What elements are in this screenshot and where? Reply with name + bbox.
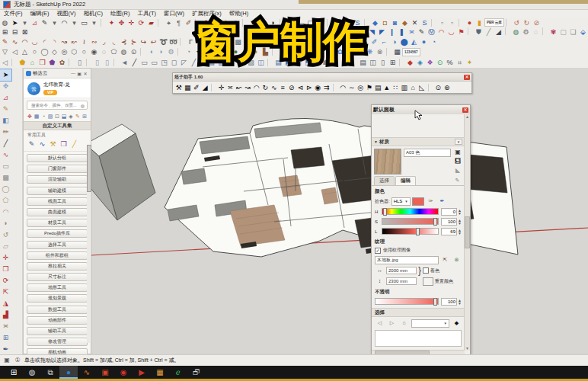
tool-icon[interactable]: ↝ xyxy=(244,83,253,92)
layout-icon[interactable]: ▣ xyxy=(76,71,82,76)
tool-icon[interactable]: ⬡ xyxy=(69,47,79,56)
tool-icon[interactable]: ◁ xyxy=(10,47,20,56)
tool-icon[interactable]: ⬠ xyxy=(0,195,11,207)
texture-height-field[interactable]: 2300 mm xyxy=(386,277,417,285)
tool-icon[interactable]: ◌ xyxy=(531,27,541,37)
tool-icon[interactable]: ◡ xyxy=(298,47,308,56)
tool-icon[interactable]: ▯ xyxy=(75,58,85,67)
tool-icon[interactable]: ✚ xyxy=(201,18,211,27)
tool-icon[interactable]: ◆ xyxy=(370,18,380,27)
tool-icon[interactable]: ◁ xyxy=(0,58,10,67)
tool-icon[interactable]: ⊿ xyxy=(30,18,40,27)
tool-icon[interactable]: ✛ xyxy=(126,18,136,27)
tool-icon[interactable]: ↺ xyxy=(512,18,522,27)
tool-icon[interactable]: ◗ xyxy=(156,47,166,56)
tool-icon[interactable]: ◔ xyxy=(184,47,193,56)
tool-icon[interactable]: ▫ xyxy=(437,18,447,27)
section-custom-toolset[interactable]: 自定义工具集 xyxy=(24,121,91,130)
opacity-value[interactable]: 100 xyxy=(441,298,457,306)
tool-icon[interactable]: ✥ xyxy=(0,81,11,92)
tool-icon[interactable]: ∿ xyxy=(270,83,279,92)
tool-icon[interactable]: ❋ xyxy=(365,47,375,56)
tool-icon[interactable]: ◤ xyxy=(377,27,387,37)
edit-pencil-icon[interactable]: ✎ xyxy=(452,176,462,185)
tool-icon[interactable]: ⊳ xyxy=(305,83,314,92)
lightness-slider[interactable] xyxy=(382,228,439,235)
tool-icon[interactable]: ⇉ xyxy=(322,83,331,92)
tool-icon[interactable]: ◸ xyxy=(179,58,189,67)
tool-icon[interactable]: S xyxy=(353,18,363,27)
plugin-group-button[interactable]: 尺寸标注 xyxy=(27,273,88,281)
tool-icon[interactable]: ➤ xyxy=(0,69,11,81)
tool-icon[interactable]: ◠ xyxy=(0,207,11,218)
tool-icon[interactable]: ≍ xyxy=(226,83,235,92)
tool-icon[interactable]: ⊠ xyxy=(20,27,30,37)
tool-icon[interactable]: ⊡ xyxy=(54,113,60,120)
plugin-group-button[interactable]: Predo插件库 xyxy=(27,229,88,238)
colorize-checkbox[interactable] xyxy=(423,267,429,274)
tool-icon[interactable]: ▦ xyxy=(226,58,236,67)
tool-icon[interactable]: ⬟ xyxy=(18,58,27,67)
tool-icon[interactable]: S xyxy=(420,18,430,27)
tool-icon[interactable]: ❐ xyxy=(0,264,11,275)
tool-icon[interactable]: ⊿ xyxy=(0,92,11,104)
sketchup-app[interactable]: ● xyxy=(59,366,78,379)
tool-icon[interactable]: ◆ xyxy=(400,18,410,27)
tool-icon[interactable]: ∿ xyxy=(38,140,46,149)
spinner-icon[interactable]: ▲▼ xyxy=(458,209,462,215)
tool-icon[interactable]: ⇱ xyxy=(0,287,11,298)
tool-icon[interactable]: ✾ xyxy=(548,27,558,37)
tool-icon[interactable]: ▤ xyxy=(273,58,283,67)
tool-icon[interactable]: ✐ xyxy=(369,37,379,46)
tool-icon[interactable]: ⬡ xyxy=(320,37,330,46)
tool-icon[interactable]: ✥ xyxy=(221,18,231,27)
tool-icon[interactable]: ⊰ xyxy=(119,37,129,46)
menu-item[interactable]: 绘图(R) xyxy=(107,10,133,18)
tool-icon[interactable]: ◇ xyxy=(50,47,59,56)
tool-icon[interactable]: ∠ xyxy=(206,37,216,46)
tool-icon[interactable]: ╱ xyxy=(129,58,139,67)
menu-item[interactable]: 文件(F) xyxy=(0,10,27,18)
tool-icon[interactable]: ▫ xyxy=(447,18,457,27)
tool-icon[interactable]: ⛊ xyxy=(474,27,484,37)
tool-icon[interactable]: ◍ xyxy=(511,27,521,37)
tool-icon[interactable]: ▢ xyxy=(558,27,568,37)
tool-icon[interactable]: ⊞ xyxy=(0,332,11,344)
menu-item[interactable]: 帮助(H) xyxy=(225,10,252,18)
close-icon[interactable]: ✕ xyxy=(464,75,470,80)
tool-icon[interactable]: ▩ xyxy=(233,37,243,46)
tool-icon[interactable]: ✦ xyxy=(465,58,475,67)
tool-icon[interactable]: ↺ xyxy=(0,229,11,241)
plugin-panel-header[interactable]: 畅达云 — ▣ ✕ xyxy=(24,69,91,78)
tool-icon[interactable]: ⬙ xyxy=(578,27,588,37)
tool-icon[interactable]: ◠ xyxy=(20,37,30,46)
select-section-header[interactable]: 选择 xyxy=(372,308,465,317)
tool-icon[interactable]: ↝ xyxy=(59,37,69,46)
material-name-field[interactable]: A03 色 xyxy=(404,149,451,157)
tool-icon[interactable]: ◫ xyxy=(256,58,266,67)
plugin-group-button[interactable]: 推拉相关 xyxy=(27,262,88,271)
tool-icon[interactable]: ✎ xyxy=(27,140,36,149)
tab-select[interactable]: 选择 xyxy=(374,176,395,185)
menu-item[interactable]: 窗口(W) xyxy=(160,10,188,18)
tool-icon[interactable]: ◆ xyxy=(350,37,360,46)
scroll-up-icon[interactable]: ▲ xyxy=(465,114,469,119)
tool-icon[interactable]: ◪ xyxy=(293,58,303,67)
tool-icon[interactable]: △ xyxy=(286,18,296,27)
saturation-slider[interactable] xyxy=(382,218,439,225)
tool-icon[interactable]: ▦ xyxy=(34,113,40,120)
tool-icon[interactable]: ▱ xyxy=(0,241,11,252)
tool-icon[interactable]: ◗ xyxy=(0,218,11,229)
search-input[interactable] xyxy=(30,102,81,108)
panel-vertical-scrollbar[interactable]: ▲ ▼ xyxy=(464,114,470,351)
tool-icon[interactable]: ⋱ xyxy=(343,18,353,27)
tool-icon[interactable]: % xyxy=(445,58,455,67)
tool-icon[interactable]: L xyxy=(196,37,206,46)
tool-icon[interactable]: ≀ xyxy=(79,37,89,46)
tool-icon[interactable]: ⛉ xyxy=(340,58,350,67)
home-icon[interactable]: ⌂ xyxy=(399,319,409,328)
tool-icon[interactable]: ≍ xyxy=(407,27,417,37)
tool-icon[interactable]: ⚑ xyxy=(456,27,466,37)
tool-icon[interactable]: ⌐ xyxy=(216,37,225,46)
tool-icon[interactable]: ◙ xyxy=(390,18,400,27)
